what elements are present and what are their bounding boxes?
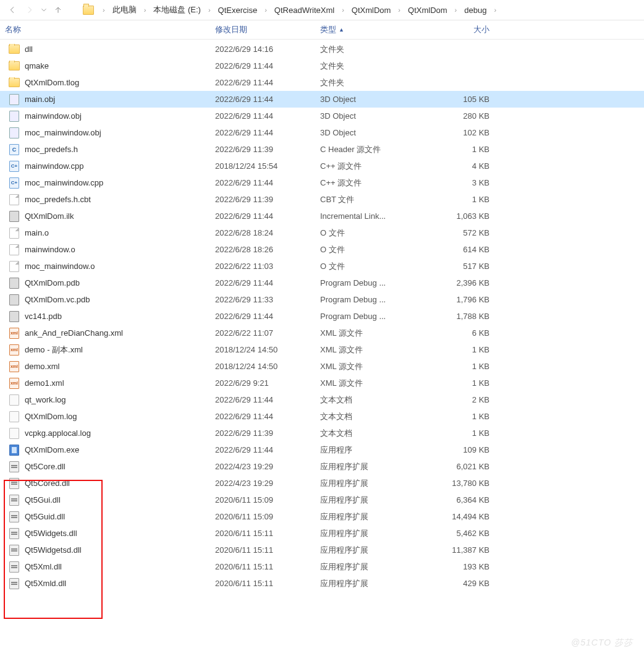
file-row[interactable]: vc141.pdb2022/6/29 11:44Program Debug ..… (0, 308, 644, 325)
file-row[interactable]: xmldemo1.xml2022/6/29 9:21XML 源文件1 KB (0, 375, 644, 391)
file-row[interactable]: Qt5Core.dll2022/4/23 19:29应用程序扩展6,021 KB (0, 458, 644, 475)
header-size[interactable]: 大小 (420, 24, 494, 35)
file-size: 6,364 KB (420, 495, 494, 505)
file-date: 2022/6/29 11:33 (210, 295, 315, 304)
file-row[interactable]: QtXmlDom.tlog2022/6/29 11:44文件夹 (0, 74, 644, 91)
breadcrumb-segment[interactable]: debug (462, 4, 489, 16)
breadcrumb[interactable]: › 此电脑›本地磁盘 (E:)›QtExercise›QtReadWriteXm… (78, 3, 639, 17)
folder-icon (9, 44, 20, 55)
file-row[interactable]: vcpkg.applocal.log2022/6/29 11:39文本文档1 K… (0, 425, 644, 441)
file-type: 文本文档 (315, 428, 420, 439)
file-row[interactable]: Qt5Guid.dll2020/6/11 15:09应用程序扩展14,494 K… (0, 508, 644, 525)
file-name: Qt5Guid.dll (25, 512, 65, 521)
file-row[interactable]: moc_mainwindow.obj2022/6/29 11:443D Obje… (0, 124, 644, 141)
file-name: Qt5Xmld.dll (25, 579, 66, 588)
file-type: O 文件 (315, 228, 420, 239)
file-size: 1 KB (420, 145, 494, 154)
file-size: 1 KB (420, 195, 494, 204)
3d-icon (9, 94, 20, 105)
file-row[interactable]: moc_mainwindow.o2022/6/22 11:03O 文件517 K… (0, 258, 644, 275)
file-type: CBT 文件 (315, 194, 420, 205)
back-button[interactable] (5, 2, 20, 17)
file-name: vcpkg.applocal.log (25, 428, 91, 438)
file-row[interactable]: QtXmlDom.log2022/6/29 11:44文本文档1 KB (0, 408, 644, 425)
file-type: 应用程序扩展 (315, 545, 420, 556)
file-row[interactable]: C+moc_mainwindow.cpp2022/6/29 11:44C++ 源… (0, 174, 644, 191)
file-row[interactable]: xmldemo.xml2018/12/24 14:50XML 源文件1 KB (0, 358, 644, 375)
header-name[interactable]: 名称 (0, 24, 210, 35)
chevron-right-icon: › (338, 6, 348, 14)
file-type: 应用程序扩展 (315, 578, 420, 589)
file-row[interactable]: main.o2022/6/28 18:24O 文件572 KB (0, 224, 644, 241)
file-row[interactable]: QtXmlDom.ilk2022/6/29 11:44Incremental L… (0, 208, 644, 224)
file-name: ank_And_reDianChang.xml (25, 328, 123, 338)
xml-icon: xml (9, 328, 20, 339)
dll-icon (9, 478, 20, 489)
breadcrumb-segment[interactable]: 本地磁盘 (E:) (151, 3, 203, 17)
pdb-icon (9, 311, 20, 322)
file-name: Qt5Core.dll (25, 462, 66, 471)
file-row[interactable]: moc_predefs.h.cbt2022/6/29 11:39CBT 文件1 … (0, 191, 644, 208)
file-row[interactable]: Qt5Cored.dll2022/4/23 19:29应用程序扩展13,780 … (0, 475, 644, 492)
file-row[interactable]: QtXmlDom.pdb2022/6/29 11:44Program Debug… (0, 275, 644, 291)
cpp-icon: C+ (9, 177, 20, 189)
file-name: main.o (25, 228, 49, 237)
file-row[interactable]: xmlank_And_reDianChang.xml2022/6/22 11:0… (0, 325, 644, 341)
file-row[interactable]: qt_work.log2022/6/29 11:44文本文档2 KB (0, 391, 644, 408)
chevron-right-icon: › (205, 6, 214, 14)
file-date: 2022/6/29 11:44 (210, 78, 315, 87)
file-name: Qt5Widgetsd.dll (25, 545, 82, 555)
file-type: 应用程序扩展 (315, 461, 420, 472)
file-size: 6,021 KB (420, 462, 494, 471)
breadcrumb-segment[interactable]: 此电脑 (110, 3, 139, 17)
file-size: 11,387 KB (420, 545, 494, 555)
file-date: 2022/6/29 11:44 (210, 445, 315, 454)
file-type: 文件夹 (315, 77, 420, 88)
file-name: demo1.xml (25, 378, 64, 388)
file-name: QtXmlDom.log (25, 412, 77, 421)
file-size: 4 KB (420, 161, 494, 171)
file-name: mainwindow.obj (25, 111, 82, 121)
recent-dropdown[interactable] (40, 2, 48, 17)
file-row[interactable]: mainwindow.o2022/6/28 18:26O 文件614 KB (0, 241, 644, 258)
file-row[interactable]: mainwindow.obj2022/6/29 11:443D Object28… (0, 108, 644, 124)
file-size: 1,796 KB (420, 295, 494, 304)
file-name: QtXmlDom.tlog (25, 78, 79, 87)
sort-asc-icon: ▲ (339, 27, 344, 33)
up-button[interactable] (51, 2, 66, 17)
breadcrumb-segment[interactable]: QtReadWriteXml (272, 4, 337, 16)
file-row[interactable]: dll2022/6/29 14:16文件夹 (0, 41, 644, 58)
file-date: 2018/12/24 15:54 (210, 161, 315, 171)
file-row[interactable]: Qt5Xmld.dll2020/6/11 15:11应用程序扩展429 KB (0, 575, 644, 592)
file-row[interactable]: Qt5Widgets.dll2020/6/11 15:11应用程序扩展5,462… (0, 525, 644, 542)
file-row[interactable]: qmake2022/6/29 11:44文件夹 (0, 58, 644, 74)
file-row[interactable]: main.obj2022/6/29 11:443D Object105 KB (0, 91, 644, 108)
chevron-right-icon: › (490, 6, 500, 14)
file-name: dll (25, 45, 33, 54)
file-row[interactable]: Cmoc_predefs.h2022/6/29 11:39C Header 源文… (0, 141, 644, 158)
file-row[interactable]: Qt5Gui.dll2020/6/11 15:09应用程序扩展6,364 KB (0, 492, 644, 508)
file-date: 2020/6/11 15:11 (210, 545, 315, 555)
file-type: 文本文档 (315, 411, 420, 422)
file-size: 1,788 KB (420, 312, 494, 321)
header-type[interactable]: 类型▲ (315, 24, 420, 35)
file-row[interactable]: Qt5Widgetsd.dll2020/6/11 15:11应用程序扩展11,3… (0, 542, 644, 558)
forward-button[interactable] (22, 2, 37, 17)
file-date: 2022/6/22 11:03 (210, 262, 315, 271)
file-row[interactable]: C+mainwindow.cpp2018/12/24 15:54C++ 源文件4… (0, 158, 644, 174)
breadcrumb-segment[interactable]: QtXmlDom (405, 4, 450, 16)
breadcrumb-segment[interactable]: QtExercise (216, 4, 260, 16)
header-date[interactable]: 修改日期 (210, 24, 315, 35)
file-date: 2022/6/29 9:21 (210, 378, 315, 388)
3d-icon (9, 127, 20, 138)
file-row[interactable]: QtXmlDom.vc.pdb2022/6/29 11:33Program De… (0, 291, 644, 308)
breadcrumb-segment[interactable]: QtXmlDom (349, 4, 394, 16)
file-row[interactable]: xmldemo - 副本.xml2018/12/24 14:50XML 源文件1… (0, 341, 644, 358)
file-name: QtXmlDom.ilk (25, 211, 74, 221)
file-row[interactable]: Qt5Xml.dll2020/6/11 15:11应用程序扩展193 KB (0, 558, 644, 575)
log-icon (9, 428, 20, 439)
file-name: qmake (25, 61, 49, 70)
folder-icon (9, 77, 20, 88)
file-name: vc141.pdb (25, 312, 62, 321)
file-row[interactable]: QtXmlDom.exe2022/6/29 11:44应用程序109 KB (0, 441, 644, 458)
